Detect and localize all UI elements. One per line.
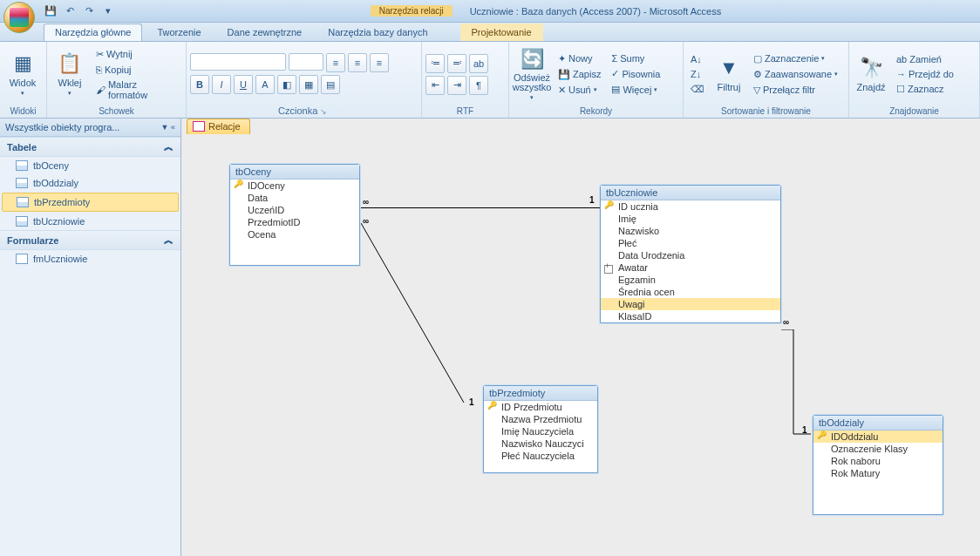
new-record-button[interactable]: ✦Nowy (555, 51, 604, 66)
nav-header[interactable]: Wszystkie obiekty progra... ▼ « (0, 119, 180, 137)
bullets-button[interactable]: ≔ (425, 54, 445, 73)
tab-database-tools[interactable]: Narzędzia bazy danych (316, 24, 439, 41)
field[interactable]: ID Przedmiotu (484, 401, 597, 413)
spelling-button[interactable]: ✓Pisownia (608, 66, 664, 81)
bold-button[interactable]: B (190, 75, 209, 94)
relationship-line (361, 223, 483, 406)
table-window-tbuczniowie[interactable]: tbUczniowie ID ucznia Imię Nazwisko Płeć… (600, 185, 781, 323)
document-tab-relacje[interactable]: Relacje (187, 119, 250, 134)
view-button[interactable]: ▦Widok▾ (3, 46, 42, 102)
field[interactable]: Uwagi (601, 298, 780, 310)
table-title[interactable]: tbOceny (230, 165, 359, 180)
paste-button[interactable]: 📋Wklej▾ (51, 46, 89, 102)
save-record-button[interactable]: 💾Zapisz (555, 67, 604, 82)
field[interactable]: Płeć Nauczyciela (484, 450, 597, 462)
text-direction-button[interactable]: ¶ (469, 76, 488, 95)
toggle-filter-button[interactable]: ▽Przełącz filtr (750, 83, 841, 98)
table-icon (16, 178, 28, 188)
field[interactable]: Płeć (601, 237, 780, 249)
alt-row-button[interactable]: ▤ (321, 75, 340, 94)
qat-undo[interactable]: ↶ (63, 4, 77, 18)
field[interactable]: KlasaID (601, 310, 780, 322)
font-name-combo[interactable] (190, 53, 286, 71)
selection-filter-button[interactable]: ▢Zaznaczenie ▾ (750, 51, 841, 66)
underline-button[interactable]: U (234, 75, 253, 94)
nav-section-tables[interactable]: Tabele︽ (0, 137, 180, 157)
copy-button[interactable]: ⎘Kopiuj (92, 63, 182, 77)
qat-redo[interactable]: ↷ (82, 4, 96, 18)
delete-record-button[interactable]: ✕Usuń ▾ (555, 83, 604, 98)
gridlines-button[interactable]: ▦ (299, 75, 318, 94)
numbering-button[interactable]: ≕ (447, 54, 466, 73)
nav-form-fmuczniowie[interactable]: fmUczniowie (0, 250, 180, 268)
nav-table-tbprzedmioty[interactable]: tbPrzedmioty (2, 193, 179, 212)
qat-customize[interactable]: ▾ (101, 4, 115, 18)
field[interactable]: Ocena (230, 228, 359, 241)
refresh-all-button[interactable]: 🔄Odśwież wszystko▾ (513, 46, 551, 102)
qat-save[interactable]: 💾 (44, 4, 58, 18)
field[interactable]: Egzamin (601, 274, 780, 286)
relationships-canvas[interactable]: tbOceny IDOceny Data UczeńID PrzedmiotID… (181, 136, 980, 556)
goto-button[interactable]: →Przejdź do (893, 67, 957, 81)
align-left-button[interactable]: ≡ (326, 53, 345, 72)
field[interactable]: Imię Nauczyciela (484, 425, 597, 437)
group-sort-filter: A↓ Z↓ ⌫ ▼Filtruj ▢Zaznaczenie ▾ ⚙Zaawans… (684, 42, 849, 118)
sort-asc-button[interactable]: A↓ (687, 52, 708, 66)
tab-home[interactable]: Narzędzia główne (44, 24, 142, 41)
relationship-line[interactable] (361, 207, 600, 208)
nav-table-tboceny[interactable]: tbOceny (0, 157, 180, 174)
table-title[interactable]: tbOddzialy (813, 416, 943, 431)
highlight-button[interactable]: ab (469, 54, 488, 73)
field[interactable]: Nazwisko Nauczyci (484, 437, 597, 450)
sort-desc-button[interactable]: Z↓ (687, 67, 708, 81)
font-color-button[interactable]: A (255, 75, 275, 94)
field[interactable]: IDOceny (230, 180, 359, 192)
table-window-tboceny[interactable]: tbOceny IDOceny Data UczeńID PrzedmiotID… (229, 164, 360, 266)
field[interactable]: Nazwa Przedmiotu (484, 413, 597, 425)
tab-create[interactable]: Tworzenie (146, 24, 212, 41)
increase-indent-button[interactable]: ⇥ (447, 76, 466, 95)
totals-button[interactable]: ΣSumy (608, 51, 664, 65)
field[interactable]: PrzedmiotID (230, 216, 359, 228)
field[interactable]: IDOddzialu (813, 431, 943, 443)
tab-design[interactable]: Projektowanie (460, 24, 543, 41)
field[interactable]: UczeńID (230, 204, 359, 216)
tab-external-data[interactable]: Dane zewnętrzne (216, 24, 314, 41)
nav-table-tbuczniowie[interactable]: tbUczniowie (0, 213, 180, 230)
cut-button[interactable]: ✂Wytnij (92, 47, 182, 62)
find-button[interactable]: 🔭Znajdź (853, 46, 889, 102)
funnel-icon: ▼ (717, 56, 741, 80)
format-painter-button[interactable]: 🖌Malarz formatów (92, 78, 182, 102)
table-window-tboddzialy[interactable]: tbOddzialy IDOddzialu Oznaczenie Klasy R… (813, 415, 943, 515)
field[interactable]: Awatar (601, 261, 780, 274)
replace-button[interactable]: abZamień (893, 52, 957, 66)
field[interactable]: Średnia ocen (601, 286, 780, 298)
align-right-button[interactable]: ≡ (370, 53, 389, 72)
decrease-indent-button[interactable]: ⇤ (425, 76, 445, 95)
field[interactable]: Rok Matury (813, 467, 943, 479)
advanced-filter-button[interactable]: ⚙Zaawansowane ▾ (750, 67, 841, 82)
field[interactable]: Rok naboru (813, 455, 943, 467)
font-launcher[interactable]: ↘ (317, 107, 330, 116)
office-button[interactable] (3, 2, 35, 33)
filter-button[interactable]: ▼Filtruj (711, 46, 746, 102)
field[interactable]: Data Urodzenia (601, 249, 780, 261)
nav-section-forms[interactable]: Formularze︽ (0, 230, 180, 250)
fill-color-button[interactable]: ◧ (277, 75, 296, 94)
clear-sort-button[interactable]: ⌫ (687, 82, 708, 97)
more-button[interactable]: ▤Więcej ▾ (608, 82, 664, 97)
field[interactable]: Nazwisko (601, 225, 780, 237)
italic-button[interactable]: I (212, 75, 231, 94)
select-button[interactable]: ☐Zaznacz (893, 82, 957, 97)
field[interactable]: Imię (601, 213, 780, 225)
clear-sort-icon: ⌫ (691, 84, 704, 95)
table-title[interactable]: tbPrzedmioty (484, 386, 597, 401)
font-size-combo[interactable] (289, 53, 323, 71)
nav-table-tboddzialy[interactable]: tbOddzialy (0, 174, 180, 192)
table-title[interactable]: tbUczniowie (601, 186, 780, 200)
field[interactable]: Oznaczenie Klasy (813, 443, 943, 455)
align-center-button[interactable]: ≡ (348, 53, 367, 72)
field[interactable]: Data (230, 192, 359, 204)
table-window-tbprzedmioty[interactable]: tbPrzedmioty ID Przedmiotu Nazwa Przedmi… (483, 385, 598, 473)
field[interactable]: ID ucznia (601, 200, 780, 213)
